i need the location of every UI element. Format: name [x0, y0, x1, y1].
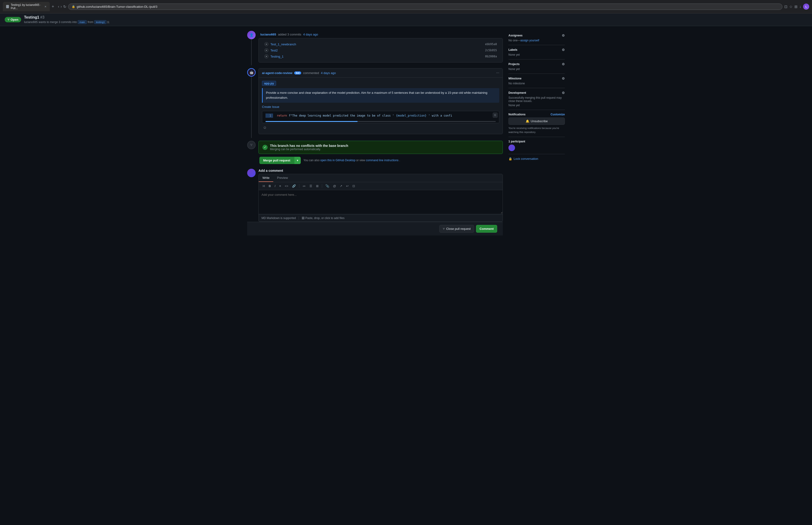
- code-string: f"The deep learning model predicted the …: [289, 114, 394, 117]
- commit-name-1[interactable]: Test2: [271, 49, 483, 52]
- commits-header: luciano665 added 3 commits 4 days ago: [258, 33, 503, 36]
- toolbar-ordered-list-button[interactable]: ≔: [302, 183, 307, 189]
- toolbar-unordered-list-button[interactable]: ☰: [308, 183, 313, 189]
- merge-pull-request-button[interactable]: Merge pull request: [259, 157, 294, 164]
- head-branch-tag[interactable]: testing1: [94, 20, 107, 24]
- toolbar-undo-button[interactable]: ↩: [345, 183, 350, 189]
- new-tab-button[interactable]: +: [52, 4, 54, 9]
- main-layout: 👤 luciano665 added 3 commits 4 days ago …: [242, 26, 570, 240]
- open-desktop-link[interactable]: open this in GitHub Desktop: [320, 159, 355, 162]
- address-bar[interactable]: 🔒 github.com/luciano665/Brain-Tumor-clas…: [68, 3, 782, 10]
- tab-preview[interactable]: Preview: [273, 174, 292, 182]
- milestone-gear-icon[interactable]: ⚙: [562, 77, 565, 80]
- toolbar-reference-button[interactable]: ↗: [339, 183, 343, 189]
- close-pr-button[interactable]: ⑂ Close pull request: [439, 225, 474, 232]
- projects-gear-icon[interactable]: ⚙: [562, 62, 565, 66]
- toolbar-link-button[interactable]: 🔗: [291, 183, 297, 189]
- close-tab-button[interactable]: ✕: [44, 5, 47, 8]
- commit-row: ● Test2 2c5b955: [262, 47, 499, 53]
- toolbar-mention-button[interactable]: @: [332, 183, 337, 189]
- file-reference-label[interactable]: app.py: [262, 81, 276, 86]
- sidebar-development: Development ⚙ Successfully merging this …: [508, 88, 565, 110]
- command-line-link[interactable]: command line instructions: [366, 159, 398, 162]
- commit-hash-1[interactable]: 2c5b955: [485, 49, 497, 52]
- bot-username[interactable]: ai-agent-code-review: [262, 71, 292, 75]
- reaction-button[interactable]: ☺: [262, 124, 499, 131]
- development-value: None yet: [508, 104, 565, 107]
- development-merge-note: Successfully merging this pull request m…: [508, 96, 565, 103]
- back-button[interactable]: ‹: [58, 4, 59, 9]
- notifications-note: You're receiving notifications because y…: [508, 126, 565, 134]
- commit-hash-0[interactable]: ebb95a8: [485, 43, 497, 46]
- commit-dot-icon: ●: [264, 54, 269, 59]
- commit-row: ● Testing_1 0b2008a: [262, 53, 499, 59]
- participants-label: 1 participant: [508, 140, 525, 143]
- sidebar-labels: Labels ⚙ None yet: [508, 45, 565, 59]
- commit-dot-icon: ●: [264, 42, 269, 46]
- milestone-label: Milestone: [508, 77, 521, 80]
- commits-avatar-col: 👤: [247, 31, 256, 65]
- review-card-header: ai-agent-code-review bot commented 4 day…: [259, 69, 503, 77]
- download-button[interactable]: ↓: [799, 4, 801, 9]
- labels-gear-icon[interactable]: ⚙: [562, 48, 565, 52]
- toolbar-bold-button[interactable]: B: [267, 183, 272, 189]
- pr-footer-actions: ⑂ Close pull request Comment: [247, 222, 503, 236]
- commit-name-0[interactable]: Test_1_newbranch: [271, 43, 483, 46]
- create-issue-link[interactable]: Create Issue: [262, 105, 499, 108]
- projects-value: None yet: [508, 68, 565, 71]
- user-menu-button[interactable]: L: [803, 3, 809, 10]
- code-scrollbar-thumb: [265, 121, 357, 122]
- copy-code-button[interactable]: ⎘: [493, 112, 497, 118]
- submit-comment-button[interactable]: Comment: [476, 225, 497, 232]
- sidebar-assignees-header: Assignees ⚙: [508, 34, 565, 38]
- assignees-label: Assignees: [508, 34, 523, 37]
- commit-hash-2[interactable]: 0b2008a: [485, 55, 497, 58]
- code-scrollbar[interactable]: [265, 121, 496, 122]
- lock-conversation-link[interactable]: Lock conversation: [514, 157, 538, 161]
- merge-actions: Merge pull request ▾ You can also open t…: [258, 157, 503, 165]
- merge-status-title: This branch has no conflicts with the ba…: [270, 144, 348, 148]
- add-comment-title: Add a comment: [258, 169, 503, 172]
- merge-status-bar: ✓ This branch has no conflicts with the …: [258, 141, 503, 154]
- comment-more-menu[interactable]: ···: [496, 71, 499, 75]
- toolbar-heading-button[interactable]: H: [261, 183, 266, 189]
- sidebar-milestone: Milestone ⚙ No milestone: [508, 74, 565, 88]
- development-gear-icon[interactable]: ⚙: [562, 91, 565, 95]
- unsubscribe-button[interactable]: 🔔 Unsubscribe: [508, 118, 565, 125]
- bookmark-button[interactable]: ☆: [789, 4, 793, 9]
- pr-title: Testing1 #3: [24, 15, 109, 19]
- lock-section: 🔒 Lock conversation: [508, 157, 565, 161]
- forward-button[interactable]: ›: [61, 4, 62, 9]
- extension-button[interactable]: ⊞: [794, 4, 797, 9]
- commit-dot-icon: ●: [264, 48, 269, 52]
- toolbar-italic-button[interactable]: I: [274, 183, 277, 189]
- assignees-gear-icon[interactable]: ⚙: [562, 34, 565, 38]
- toolbar-attach-button[interactable]: 📎: [324, 183, 330, 189]
- merge-dropdown-button[interactable]: ▾: [294, 157, 301, 164]
- tab-write[interactable]: Write: [259, 174, 273, 182]
- browser-tab[interactable]: Testing1 by luciano665 · Pull... ✕: [3, 2, 50, 11]
- footer-separator: [298, 216, 299, 220]
- commits-author-avatar: 👤: [247, 31, 256, 39]
- toolbar-code-button[interactable]: <>: [284, 183, 289, 189]
- refresh-button[interactable]: ↻: [63, 4, 66, 9]
- toolbar-fullscreen-button[interactable]: ⊡: [351, 183, 356, 189]
- participant-avatar-0[interactable]: [508, 145, 515, 151]
- commit-name-2[interactable]: Testing_1: [271, 55, 483, 58]
- cast-button[interactable]: ⊡: [784, 4, 787, 9]
- code-line: 1 return f"The deep learning model predi…: [265, 114, 496, 118]
- commits-section: 👤 luciano665 added 3 commits 4 days ago …: [247, 31, 503, 65]
- browser-nav-controls: ‹ › ↻: [58, 4, 66, 9]
- customize-notifications-link[interactable]: Customize: [551, 113, 565, 116]
- development-label: Development: [508, 91, 526, 94]
- main-content: 👤 luciano665 added 3 commits 4 days ago …: [247, 31, 508, 236]
- code-var: {model_prediction}: [396, 114, 426, 117]
- toolbar-quote-button[interactable]: ≡: [278, 183, 282, 189]
- pr-subtitle: luciano665 wants to merge 3 commits into…: [24, 20, 109, 24]
- comment-textarea[interactable]: [259, 190, 503, 214]
- sidebar-participants-header: 1 participant: [508, 140, 565, 143]
- base-branch-tag[interactable]: main: [78, 20, 87, 24]
- toolbar-task-list-button[interactable]: ⊞: [315, 183, 320, 189]
- assign-yourself-link[interactable]: assign yourself: [520, 39, 539, 42]
- copy-branch-icon[interactable]: ⎘: [107, 20, 109, 24]
